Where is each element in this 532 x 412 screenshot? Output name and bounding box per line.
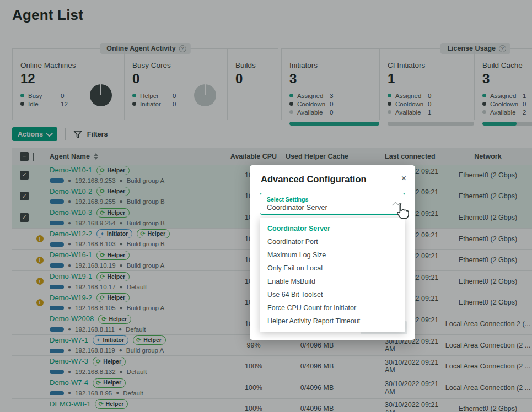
advanced-configuration-modal: Advanced Configuration × Submit Select S… [250,165,415,340]
settings-dropdown-panel: Coordinator Server Coordinator Port Maxi… [260,218,405,332]
dropdown-option[interactable]: Only Fail on Local [260,262,405,275]
dropdown-option[interactable]: Helper Activity Report Timeout [260,315,405,328]
dropdown-option[interactable]: Use 64 Bit Toolset [260,288,405,301]
close-icon[interactable]: × [401,174,406,183]
modal-title: Advanced Configuration [261,174,367,185]
settings-select-value: Coordinator Server [267,203,389,212]
dropdown-option[interactable]: Coordinator Server [260,222,405,235]
dropdown-option[interactable]: Coordinator Port [260,235,405,248]
chevron-up-icon [392,202,399,209]
dropdown-option[interactable]: Maximum Log Size [260,248,405,262]
settings-select-label: Select Settings [267,196,389,203]
dropdown-option[interactable]: Enable MsBuild [260,275,405,288]
dropdown-option[interactable]: Force CPU Count for Initiator [260,301,405,315]
settings-select[interactable]: Select Settings Coordinator Server [260,193,405,215]
